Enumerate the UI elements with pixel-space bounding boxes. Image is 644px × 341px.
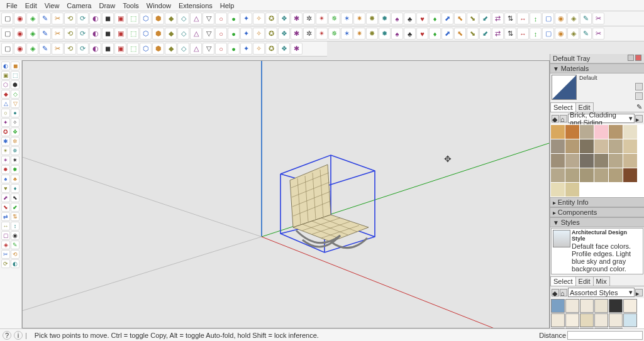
toolbar-button[interactable]: ✷ [353,28,365,40]
material-swatch[interactable] [594,154,608,168]
menu-draw[interactable]: Draw [95,1,119,11]
toolbar-button[interactable]: ○ [215,13,227,24]
tool-button[interactable]: ♠ [1,175,10,183]
toolbar-button[interactable]: ✎ [39,28,51,40]
toolbar-button[interactable]: ● [228,13,240,24]
toolbar-button[interactable]: ▢ [1,43,13,55]
styles-tab-edit[interactable]: Edit [575,276,594,286]
toolbar-button[interactable]: ⬋ [479,28,491,40]
create-material-icon[interactable] [635,83,643,90]
tool-button[interactable]: ✪ [1,127,10,136]
toolbar-button[interactable]: ⇄ [492,13,504,24]
toolbar-button[interactable]: ✦ [240,13,252,24]
toolbar-button[interactable]: ◉ [14,13,26,24]
toolbar-button[interactable]: ⬡ [140,13,152,24]
toolbar-button[interactable]: ⟳ [77,28,89,40]
toolbar-button[interactable]: ✪ [265,13,277,24]
material-swatch[interactable] [551,168,565,182]
toolbar-button[interactable]: ✎ [580,28,592,40]
tool-button[interactable]: ✎ [11,241,19,249]
menu-view[interactable]: View [41,1,64,11]
toolbar-button[interactable]: ⬊ [467,28,479,40]
materials-collection-select[interactable]: Brick, Cladding and Siding▾ [568,114,635,123]
tool-button[interactable]: ⟲ [11,250,19,259]
toolbar-button[interactable]: ✪ [265,43,277,55]
toolbar-button[interactable]: ⬚ [127,28,139,40]
tool-button[interactable]: ● [11,109,19,117]
tool-button[interactable]: ⇅ [11,212,19,221]
tool-button[interactable]: ✸ [1,165,10,174]
styles-details-icon[interactable]: ▸ [635,289,643,296]
toolbar-button[interactable]: ♣ [404,28,416,40]
toolbar-button[interactable]: ◇ [177,13,189,24]
entity-info-header[interactable]: ▸ Entity Info [550,197,644,207]
styles-header[interactable]: ▼ Styles [550,217,644,227]
toolbar-button[interactable]: ✲ [303,28,315,40]
toolbar-button[interactable]: ○ [215,28,227,40]
toolbar-button[interactable]: ◈ [26,28,38,40]
menu-extensions[interactable]: Extensions [175,1,216,11]
toolbar-button[interactable]: ♥ [416,13,428,24]
toolbar-button[interactable]: ▣ [114,13,126,24]
material-swatch[interactable] [609,139,623,153]
tool-button[interactable]: ✵ [11,146,19,155]
toolbar-button[interactable]: ♦ [429,28,441,40]
tool-button[interactable]: ⬢ [11,80,19,89]
toolbar-button[interactable]: ⬈ [441,13,453,24]
material-swatch[interactable] [594,125,608,139]
toolbar-button[interactable]: △ [190,13,202,24]
toolbar-button[interactable]: ✵ [328,28,340,40]
components-header[interactable]: ▸ Components [550,207,644,217]
default-material-icon[interactable] [635,92,643,100]
toolbar-button[interactable]: ⬢ [152,43,164,55]
tool-button[interactable]: ⬉ [11,193,19,202]
toolbar-button[interactable]: ◇ [177,28,189,40]
toolbar-button[interactable]: ✎ [580,13,592,24]
material-swatch[interactable] [609,154,623,168]
toolbar-button[interactable]: ⇅ [504,13,516,24]
tool-button[interactable]: ✴ [1,146,10,155]
toolbar-button[interactable]: ✹ [379,13,391,24]
details-icon[interactable]: ▸ [635,115,643,122]
tool-button[interactable]: ◼ [11,62,19,70]
material-swatch[interactable] [565,168,579,182]
toolbar-button[interactable]: ⇅ [504,28,516,40]
toolbar-button[interactable]: ◈ [567,28,579,40]
tool-button[interactable]: ◇ [11,90,19,99]
styles-tab-select[interactable]: Select [550,276,576,286]
viewport[interactable]: ✥ [22,60,550,328]
toolbar-button[interactable]: ▣ [114,28,126,40]
tool-button[interactable]: ⬡ [1,80,10,89]
toolbar-button[interactable]: ◉ [14,43,26,55]
toolbar-button[interactable]: ❖ [278,28,290,40]
toolbar-button[interactable]: ▽ [203,43,214,55]
eyedropper-icon[interactable]: ✎ [636,103,642,111]
toolbar-button[interactable]: ✂ [592,13,604,24]
tool-button[interactable]: ❖ [11,127,19,136]
toolbar-button[interactable]: ◆ [165,28,177,40]
toolbar-button[interactable]: ❖ [278,43,290,55]
toolbar-button[interactable]: ✂ [52,28,64,40]
material-swatch[interactable] [551,183,565,197]
material-swatch[interactable] [609,168,623,182]
toolbar-button[interactable]: ❖ [278,13,290,24]
toolbar-button[interactable]: ◉ [14,28,26,40]
toolbar-button[interactable]: ✶ [341,28,353,40]
menu-tools[interactable]: Tools [119,1,143,11]
style-swatch[interactable] [609,313,623,327]
help-icon[interactable]: ? [3,331,11,340]
toolbar-button[interactable]: ✱ [291,13,303,24]
material-swatch[interactable] [580,139,594,153]
toolbar-button[interactable]: △ [190,43,202,55]
style-swatch[interactable] [565,299,579,313]
material-swatch[interactable] [623,168,637,182]
style-swatch[interactable] [580,313,594,327]
toolbar-button[interactable]: ✴ [316,13,328,24]
selected-component-chair[interactable] [268,130,394,256]
toolbar-button[interactable]: ♥ [416,28,428,40]
materials-panel-header[interactable]: ▼ Materials [550,63,644,73]
toolbar-button[interactable]: ▽ [203,13,214,24]
tool-button[interactable]: ⬚ [11,71,19,80]
menu-edit[interactable]: Edit [21,1,41,11]
style-swatch[interactable] [594,313,608,327]
